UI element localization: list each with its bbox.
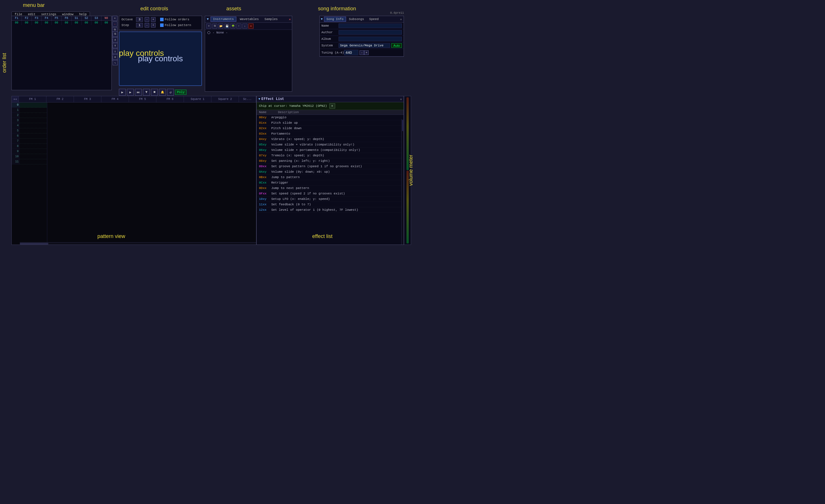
row-num-10: 10 (12, 154, 20, 159)
effect-item-5: 05xy Volume slide + vibrato (compatibili… (257, 142, 403, 148)
order-col-f6: F6 (62, 16, 72, 20)
inst-up-btn[interactable]: ↑ (236, 23, 241, 29)
side-down2-btn[interactable]: ⤓ (112, 49, 118, 54)
song-name-input[interactable] (339, 23, 402, 28)
play-button[interactable]: ▶ (119, 89, 126, 96)
order-cell-00-1[interactable]: 00 (12, 21, 22, 25)
inst-tree-btn[interactable]: 🌳 (230, 23, 235, 29)
inst-delete-btn[interactable]: ✕ (248, 23, 253, 29)
song-tab-speed[interactable]: Speed (367, 17, 381, 21)
bell-button[interactable]: 🔔 (159, 89, 166, 96)
inst-open-btn[interactable]: 📂 (218, 23, 223, 29)
song-tab-info[interactable]: Song Info (324, 17, 346, 22)
song-author-row: Author (320, 29, 403, 36)
row-num-2: 2 (12, 113, 20, 118)
pattern-channel-fm1[interactable] (20, 102, 47, 245)
down-button[interactable]: ▼ (143, 89, 150, 96)
effect-item-16: 11xx Set feedback (0 to 7) (257, 202, 403, 207)
inst-down-btn[interactable]: ↓ (242, 23, 247, 29)
inst-save-btn[interactable]: 💾 (224, 23, 229, 29)
channel-row-2 (20, 113, 47, 118)
order-cell-00-10[interactable]: 00 (101, 21, 111, 25)
order-cell-00-9[interactable]: 00 (91, 21, 101, 25)
tuning-plus-btn[interactable]: + (364, 51, 369, 55)
octave-value: 3 (136, 17, 143, 22)
pattern-scrollbar[interactable] (20, 242, 256, 245)
play2-button[interactable]: ▶ (127, 89, 134, 96)
none-label: - None - (213, 31, 228, 34)
effect-col-desc: Description (278, 110, 299, 114)
side-copy-btn[interactable]: ⧉ (112, 31, 118, 37)
tuning-minus-btn[interactable]: - (360, 51, 364, 55)
order-remove-button[interactable]: - (112, 21, 118, 27)
inst-copy-btn[interactable]: ⧉ (212, 23, 217, 29)
step-minus[interactable]: - (145, 23, 149, 27)
instruments-panel: ▼ Instruments Wavetables Samples ✕ + ⧉ 📂… (205, 16, 292, 92)
side-up-btn[interactable]: ∧ (112, 37, 118, 43)
skip-button[interactable]: ⏭ (135, 89, 142, 96)
effect-list-scrollbar[interactable] (401, 119, 403, 245)
order-cell-00-7[interactable]: 00 (72, 21, 82, 25)
octave-minus[interactable]: - (145, 17, 149, 22)
pattern-scrollbar-thumb[interactable] (20, 243, 49, 245)
song-author-label: Author (321, 31, 339, 34)
song-system-label: System (321, 44, 339, 47)
row-num-8: 8 (12, 144, 20, 149)
order-cell-00-4[interactable]: 00 (42, 21, 52, 25)
octave-plus[interactable]: + (151, 17, 156, 22)
transport-bar: ▶ ▶ ⏭ ▼ ■ 🔔 ↺ Poly (119, 89, 186, 96)
side-down-btn[interactable]: ∨ (112, 43, 118, 48)
play-controls-text: play controls (138, 54, 183, 63)
poly-button[interactable]: Poly (175, 90, 186, 95)
follow-pattern-checkbox[interactable] (160, 23, 164, 27)
instruments-tab-instruments[interactable]: Instruments (211, 17, 237, 22)
step-plus[interactable]: + (151, 23, 156, 27)
effect-col-headers: Name Description (257, 110, 403, 115)
song-tuning-label: Tuning (A-4) (321, 51, 344, 55)
side-cursor-btn[interactable]: ↖ (112, 60, 118, 65)
song-tab-subsongs[interactable]: Subsongs (347, 17, 366, 21)
order-cell-00-2[interactable]: 00 (22, 21, 32, 25)
song-author-input[interactable] (339, 30, 402, 35)
loop-button[interactable]: ↺ (167, 89, 174, 96)
stop-button[interactable]: ■ (151, 89, 158, 96)
effect-list-dropdown[interactable]: ▼ (258, 97, 260, 101)
effect-list-title: Effect List (261, 97, 284, 101)
order-col-f2: F2 (22, 16, 32, 20)
pattern-view: ++ FM 1 FM 2 FM 3 FM 4 FM 5 FM 6 Square … (11, 96, 256, 245)
song-system-value: Sega Genesis/Mega Drive (339, 43, 390, 48)
effect-scrollbar-thumb[interactable] (402, 120, 403, 131)
song-album-input[interactable] (339, 37, 402, 41)
edit-controls-panel: Octave 3 - + Follow orders Step 1 - + Fo… (119, 16, 202, 30)
effect-list-close[interactable]: ✕ (400, 97, 402, 101)
order-col-f3: F3 (32, 16, 42, 20)
follow-orders-checkbox[interactable] (160, 18, 164, 21)
chip-menu-btn[interactable]: ≡ (329, 103, 335, 108)
instruments-tab-wavetables[interactable]: Wavetables (237, 17, 261, 21)
effect-list-panel: ▼ Effect List ✕ Chip at cursor: Yamaha Y… (256, 96, 404, 245)
instruments-tab-samples[interactable]: Samples (262, 17, 280, 21)
order-cell-00-5[interactable]: 00 (52, 21, 62, 25)
instruments-dropdown[interactable]: ▼ (206, 17, 209, 21)
effect-desc-13: Jump to next pattern (271, 186, 309, 190)
channel-row-10 (20, 154, 47, 159)
order-cell-00-8[interactable]: 00 (82, 21, 92, 25)
instruments-close[interactable]: ✕ (289, 17, 291, 21)
side-settings-btn[interactable]: ⚙ (112, 55, 118, 60)
song-info-dropdown[interactable]: ▼ (320, 17, 323, 21)
none-radio[interactable] (207, 31, 210, 34)
order-add-button[interactable]: + (112, 16, 118, 21)
song-tuning-input[interactable] (344, 50, 358, 55)
octave-label: Octave (122, 18, 134, 21)
pattern-pp-btn[interactable]: ++ (12, 96, 19, 102)
song-system-auto-btn[interactable]: Auto (391, 43, 402, 48)
effect-list-header: ▼ Effect List ✕ (257, 96, 403, 102)
order-cell-00-6[interactable]: 00 (62, 21, 72, 25)
effect-col-name: Name (259, 110, 267, 114)
effect-item-2: 02xx Pitch slide down (257, 126, 403, 131)
order-cell-00-3[interactable]: 00 (32, 21, 42, 25)
effect-item-13: 0Dxx Jump to next pattern (257, 185, 403, 191)
song-info-close[interactable]: ✕ (399, 17, 403, 22)
effect-desc-2: Pitch slide down (271, 127, 302, 130)
inst-add-btn[interactable]: + (206, 23, 211, 29)
